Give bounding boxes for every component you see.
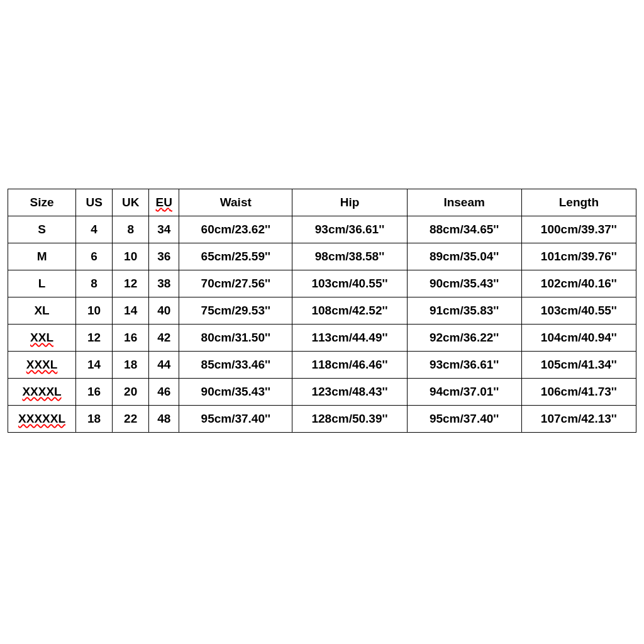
- cell-hip: 108cm/42.52'': [292, 297, 407, 325]
- cell-text: 10: [87, 304, 101, 317]
- cell-us: 6: [76, 243, 113, 270]
- cell-text: 85cm/33.46'': [201, 358, 270, 371]
- cell-text: 12: [87, 331, 101, 344]
- cell-inseam: 92cm/36.22'': [407, 325, 521, 352]
- col-header-inseam: Inseam: [407, 189, 521, 216]
- cell-waist: 70cm/27.56'': [179, 270, 292, 297]
- cell-hip: 123cm/48.43'': [292, 379, 407, 406]
- cell-us: 8: [76, 270, 113, 297]
- cell-text: 44: [157, 358, 170, 371]
- cell-text: XXL: [30, 331, 53, 344]
- cell-text: 113cm/44.49'': [311, 331, 387, 344]
- cell-text: 123cm/48.43'': [311, 385, 387, 398]
- cell-text: 8: [91, 277, 97, 290]
- cell-inseam: 95cm/37.40'': [407, 406, 521, 433]
- cell-eu: 40: [149, 297, 179, 325]
- table-row: S483460cm/23.62''93cm/36.61''88cm/34.65'…: [8, 216, 636, 243]
- cell-uk: 8: [113, 216, 149, 243]
- cell-uk: 20: [113, 379, 149, 406]
- table-row: XXXXXL18224895cm/37.40''128cm/50.39''95c…: [8, 406, 636, 433]
- cell-text: 14: [87, 358, 101, 371]
- cell-text: 6: [91, 250, 97, 263]
- cell-uk: 16: [113, 325, 149, 352]
- cell-text: 103cm/40.55'': [541, 304, 617, 317]
- cell-text: 93cm/36.61'': [430, 358, 499, 371]
- cell-eu: 38: [149, 270, 179, 297]
- cell-size: S: [8, 216, 76, 243]
- cell-text: 8: [127, 223, 134, 236]
- cell-text: 18: [87, 412, 101, 425]
- cell-text: L: [38, 277, 46, 290]
- table-row: XXXXL16204690cm/35.43''123cm/48.43''94cm…: [8, 379, 636, 406]
- cell-text: 98cm/38.58'': [315, 250, 384, 263]
- cell-text: 95cm/37.40'': [201, 412, 270, 425]
- table-row: M6103665cm/25.59''98cm/38.58''89cm/35.04…: [8, 243, 636, 270]
- col-header-size: Size: [8, 189, 76, 216]
- cell-text: XXXL: [26, 358, 58, 371]
- size-chart-container: Size US UK EU Waist Hip Inseam Length S4…: [8, 189, 636, 433]
- size-chart-table: Size US UK EU Waist Hip Inseam Length S4…: [8, 189, 636, 433]
- header-text: Waist: [220, 196, 252, 209]
- table-row: L8123870cm/27.56''103cm/40.55''90cm/35.4…: [8, 270, 636, 297]
- cell-text: 103cm/40.55'': [311, 277, 387, 290]
- cell-inseam: 88cm/34.65'': [407, 216, 521, 243]
- cell-hip: 98cm/38.58'': [292, 243, 407, 270]
- cell-text: 22: [124, 412, 137, 425]
- cell-text: S: [38, 223, 46, 236]
- cell-waist: 75cm/29.53'': [179, 297, 292, 325]
- cell-us: 18: [76, 406, 113, 433]
- cell-text: 88cm/34.65'': [430, 223, 499, 236]
- cell-waist: 85cm/33.46'': [179, 352, 292, 379]
- cell-length: 107cm/42.13'': [521, 406, 636, 433]
- cell-text: 107cm/42.13'': [541, 412, 617, 425]
- table-row: XL10144075cm/29.53''108cm/42.52''91cm/35…: [8, 297, 636, 325]
- cell-text: 10: [124, 250, 137, 263]
- cell-text: 102cm/40.16'': [541, 277, 617, 290]
- cell-text: 46: [157, 385, 170, 398]
- header-text: EU: [156, 196, 172, 209]
- cell-hip: 118cm/46.46'': [292, 352, 407, 379]
- cell-text: 90cm/35.43'': [430, 277, 499, 290]
- cell-eu: 44: [149, 352, 179, 379]
- header-text: Inseam: [443, 196, 484, 209]
- table-header-row: Size US UK EU Waist Hip Inseam Length: [8, 189, 636, 216]
- cell-text: 36: [157, 250, 170, 263]
- cell-text: 108cm/42.52'': [311, 304, 387, 317]
- cell-waist: 95cm/37.40'': [179, 406, 292, 433]
- cell-hip: 113cm/44.49'': [292, 325, 407, 352]
- cell-inseam: 89cm/35.04'': [407, 243, 521, 270]
- cell-text: 104cm/40.94'': [541, 331, 617, 344]
- cell-length: 103cm/40.55'': [521, 297, 636, 325]
- cell-inseam: 94cm/37.01'': [407, 379, 521, 406]
- header-text: US: [86, 196, 102, 209]
- cell-text: 60cm/23.62'': [201, 223, 270, 236]
- col-header-length: Length: [521, 189, 636, 216]
- cell-uk: 22: [113, 406, 149, 433]
- cell-waist: 90cm/35.43'': [179, 379, 292, 406]
- cell-text: XL: [34, 304, 49, 317]
- cell-us: 16: [76, 379, 113, 406]
- cell-length: 104cm/40.94'': [521, 325, 636, 352]
- cell-text: 106cm/41.73'': [541, 385, 617, 398]
- col-header-waist: Waist: [179, 189, 292, 216]
- cell-text: XXXXXL: [18, 412, 65, 425]
- cell-inseam: 91cm/35.83'': [407, 297, 521, 325]
- cell-text: 70cm/27.56'': [201, 277, 270, 290]
- cell-inseam: 93cm/36.61'': [407, 352, 521, 379]
- cell-hip: 128cm/50.39'': [292, 406, 407, 433]
- cell-text: XXXXL: [22, 385, 61, 398]
- cell-inseam: 90cm/35.43'': [407, 270, 521, 297]
- cell-text: 128cm/50.39'': [311, 412, 387, 425]
- cell-text: M: [37, 250, 47, 263]
- cell-text: 118cm/46.46'': [311, 358, 387, 371]
- cell-length: 106cm/41.73'': [521, 379, 636, 406]
- cell-text: 14: [124, 304, 137, 317]
- cell-waist: 65cm/25.59'': [179, 243, 292, 270]
- cell-text: 89cm/35.04'': [430, 250, 499, 263]
- header-text: UK: [122, 196, 139, 209]
- cell-text: 16: [124, 331, 137, 344]
- cell-text: 48: [157, 412, 170, 425]
- cell-text: 91cm/35.83'': [430, 304, 499, 317]
- cell-us: 4: [76, 216, 113, 243]
- col-header-hip: Hip: [292, 189, 407, 216]
